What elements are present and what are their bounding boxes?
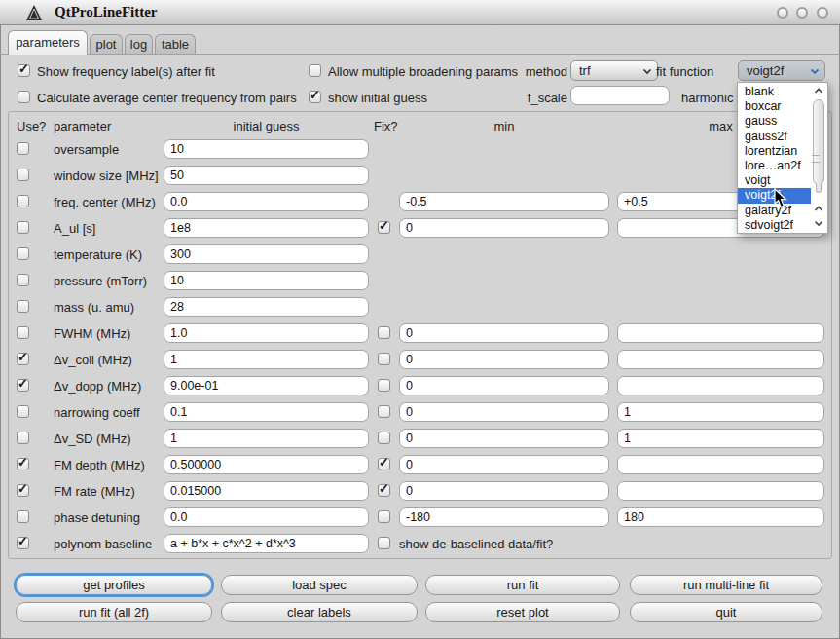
min-input-a-ul-s[interactable] (399, 218, 609, 238)
get-profiles-button[interactable]: get profiles (16, 575, 212, 595)
title-bar: QtProLineFitter (0, 0, 840, 25)
parameter-label: FM depth (MHz) (54, 458, 145, 472)
window-button-icon[interactable] (796, 7, 808, 19)
max-input-fm-rate-mhz[interactable] (617, 481, 824, 501)
initial-guess-input-fwhm-mhz[interactable] (164, 323, 369, 343)
initial-guess-input-narrowing-coeff[interactable] (164, 402, 369, 422)
fix-checkbox-fm-depth-mhz[interactable]: ✓ (378, 458, 390, 470)
use-checkbox-a-ul-s[interactable] (17, 221, 29, 234)
initial-guess-input-temperature-k[interactable] (164, 244, 369, 264)
allow-multiple-broadening-checkbox[interactable] (309, 64, 321, 77)
popup-item-voigt[interactable]: voigt (738, 173, 812, 188)
scroll-up-icon[interactable] (814, 206, 823, 212)
window-button-icon[interactable] (777, 7, 788, 19)
table-row: pressure (mTorr) (0, 271, 840, 292)
use-checkbox-v-sd-mhz[interactable] (17, 432, 29, 444)
run-multi-line-fit-button[interactable]: run multi-line fit (630, 575, 822, 595)
initial-guess-input-freq-center-mhz[interactable] (164, 192, 369, 211)
run-fit-button[interactable]: run fit (425, 575, 620, 595)
initial-guess-input-phase-detuning[interactable] (164, 507, 369, 527)
max-input-v-coll-mhz[interactable] (617, 350, 824, 369)
fix-checkbox-narrowing-coeff[interactable] (378, 405, 390, 418)
min-input-narrowing-coeff[interactable] (399, 402, 609, 422)
max-input-narrowing-coeff[interactable] (617, 402, 824, 422)
use-checkbox-oversample[interactable] (17, 142, 29, 155)
load-spec-button[interactable]: load spec (221, 575, 418, 595)
max-input-v-dopp-mhz[interactable] (617, 376, 824, 395)
use-checkbox-narrowing-coeff[interactable] (17, 405, 29, 418)
max-input-v-sd-mhz[interactable] (617, 429, 824, 448)
use-checkbox-fwhm-mhz[interactable] (17, 326, 29, 339)
show-debaselined-checkbox[interactable] (378, 537, 390, 549)
initial-guess-input-mass-u-amu[interactable] (164, 297, 369, 317)
initial-guess-input-a-ul-s[interactable] (164, 218, 369, 238)
popup-item-lorentzian[interactable]: lorentzian (738, 144, 812, 159)
show-debaselined-label: show de-baselined data/fit? (399, 537, 553, 551)
tab-log[interactable]: log (125, 34, 153, 55)
table-row: freq. center (MHz) (0, 192, 840, 213)
initial-guess-input-pressure-mtorr[interactable] (164, 271, 369, 290)
show-frequency-labels-checkbox[interactable]: ✓ (18, 64, 30, 77)
max-input-fm-depth-mhz[interactable] (617, 455, 824, 474)
show-initial-guess-checkbox[interactable]: ✓ (309, 91, 321, 103)
initial-guess-input-oversample[interactable] (164, 139, 369, 159)
fix-checkbox-v-coll-mhz[interactable] (378, 353, 390, 365)
quit-button[interactable]: quit (630, 602, 822, 622)
use-checkbox-window-size-mhz[interactable] (17, 169, 29, 181)
fix-checkbox-v-dopp-mhz[interactable] (378, 379, 390, 392)
popup-item-blank[interactable]: blank (738, 85, 812, 99)
fix-checkbox-v-sd-mhz[interactable] (378, 432, 390, 444)
use-checkbox-pressure-mtorr[interactable] (17, 274, 29, 286)
window-button-icon[interactable] (817, 7, 828, 19)
initial-guess-input-fm-depth-mhz[interactable] (164, 455, 369, 474)
initial-guess-input-fm-rate-mhz[interactable] (164, 481, 369, 501)
popup-item-lore-an2f[interactable]: lore…an2f (738, 159, 812, 173)
initial-guess-input-v-sd-mhz[interactable] (164, 429, 369, 448)
method-combobox[interactable]: trf (570, 60, 658, 81)
min-input-fm-depth-mhz[interactable] (399, 455, 609, 474)
f-scale-input[interactable] (570, 86, 670, 105)
initial-guess-input-polynom-baseline[interactable] (164, 534, 369, 553)
tab-table[interactable]: table (155, 34, 196, 55)
scroll-down-icon[interactable] (814, 220, 823, 227)
popup-item-boxcar[interactable]: boxcar (738, 99, 812, 114)
min-input-fm-rate-mhz[interactable] (399, 481, 609, 501)
use-checkbox-v-dopp-mhz[interactable]: ✓ (17, 379, 29, 392)
popup-scrollbar[interactable] (811, 84, 826, 232)
run-fit-all-2f-button[interactable]: run fit (all 2f) (16, 602, 212, 622)
initial-guess-input-v-coll-mhz[interactable] (164, 350, 369, 369)
scrollbar-thumb[interactable] (813, 99, 824, 185)
tab-parameters[interactable]: parameters (8, 30, 88, 55)
initial-guess-input-v-dopp-mhz[interactable] (164, 376, 369, 395)
max-input-phase-detuning[interactable] (617, 507, 824, 527)
use-checkbox-fm-rate-mhz[interactable]: ✓ (17, 484, 29, 497)
min-input-freq-center-mhz[interactable] (399, 192, 609, 211)
initial-guess-input-window-size-mhz[interactable] (164, 166, 369, 185)
fix-checkbox-fm-rate-mhz[interactable]: ✓ (378, 484, 390, 497)
tab-plot[interactable]: plot (90, 34, 123, 55)
min-input-v-coll-mhz[interactable] (399, 350, 609, 369)
use-checkbox-v-coll-mhz[interactable]: ✓ (17, 353, 29, 365)
calc-average-center-checkbox[interactable] (18, 91, 30, 103)
scroll-up-icon[interactable] (814, 88, 823, 94)
use-checkbox-mass-u-amu[interactable] (17, 300, 29, 313)
max-input-fwhm-mhz[interactable] (617, 323, 824, 343)
fix-checkbox-phase-detuning[interactable] (378, 510, 390, 523)
min-input-fwhm-mhz[interactable] (399, 323, 609, 343)
fix-checkbox-a-ul-s[interactable]: ✓ (378, 221, 390, 234)
use-checkbox-freq-center-mhz[interactable] (17, 195, 29, 207)
min-input-v-dopp-mhz[interactable] (399, 376, 609, 395)
popup-item-gauss[interactable]: gauss (738, 114, 812, 129)
fix-checkbox-fwhm-mhz[interactable] (378, 326, 390, 339)
use-checkbox-polynom-baseline[interactable]: ✓ (17, 537, 29, 549)
reset-plot-button[interactable]: reset plot (425, 602, 620, 622)
use-checkbox-fm-depth-mhz[interactable]: ✓ (17, 458, 29, 470)
clear-labels-button[interactable]: clear labels (221, 602, 418, 622)
popup-item-sdvoigt2f[interactable]: sdvoigt2f (738, 218, 812, 233)
min-input-phase-detuning[interactable] (399, 507, 609, 527)
use-checkbox-phase-detuning[interactable] (17, 510, 29, 523)
fit-function-combobox[interactable]: voigt2f (738, 60, 825, 81)
use-checkbox-temperature-k[interactable] (17, 247, 29, 260)
min-input-v-sd-mhz[interactable] (399, 429, 609, 448)
popup-item-gauss2f[interactable]: gauss2f (738, 130, 812, 144)
